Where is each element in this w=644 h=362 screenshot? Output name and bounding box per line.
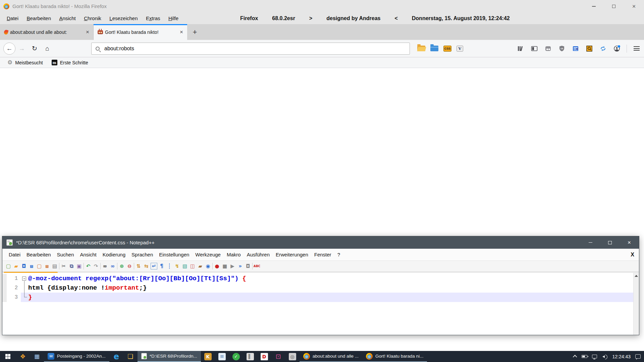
toolbar-separator[interactable]	[212, 263, 213, 269]
bookmark-erste-schritte[interactable]: m Erste Schritte	[52, 60, 88, 65]
save-icon[interactable]: ◘	[20, 263, 27, 269]
notepadpp-menu-item[interactable]: Werkzeuge	[192, 250, 224, 259]
sync-icon[interactable]	[599, 45, 607, 53]
zoom-out-icon[interactable]: ⊖	[126, 263, 133, 269]
indent-guide-icon[interactable]: ┆	[166, 263, 173, 269]
close-all-icon[interactable]: ⧈	[44, 263, 50, 269]
presentation-icon[interactable]: ▦	[30, 351, 44, 362]
speaker-icon[interactable]	[602, 354, 608, 359]
sync-vertical-icon[interactable]: ⇅	[135, 263, 142, 269]
toolbar-separator[interactable]	[84, 263, 84, 269]
print-icon[interactable]: ▤	[51, 263, 58, 269]
toolbar-separator[interactable]	[59, 263, 59, 269]
keepass-icon[interactable]: K	[201, 351, 215, 362]
open-folder-icon[interactable]: ▰	[13, 263, 19, 269]
undo-icon[interactable]: ↶	[85, 263, 92, 269]
firefox-menu-item[interactable]: Lesezeichen	[106, 14, 141, 22]
notepadpp-menu-item[interactable]: Makro	[224, 250, 244, 259]
stylus-icon[interactable]	[572, 45, 580, 53]
firefox-menu-item[interactable]: Chronik	[80, 14, 105, 22]
ublock-shield-icon[interactable]: U0	[558, 45, 566, 53]
url-bar[interactable]	[91, 43, 410, 55]
zoom-in-icon[interactable]: ⊕	[118, 263, 125, 269]
toolbar-separator[interactable]	[100, 263, 101, 269]
notepadpp-menu-item[interactable]: Ansicht	[77, 250, 99, 259]
macro-record-icon[interactable]: ●	[214, 263, 220, 269]
clock[interactable]: 12:24:43	[612, 354, 631, 359]
notepadpp-menu-item[interactable]: Suchen	[54, 250, 77, 259]
replace-icon[interactable]: ∞	[109, 263, 116, 269]
tab-close-icon[interactable]: ×	[178, 29, 184, 35]
code-editor[interactable]: 1 @-moz-document regexp("about:[Rr][Oo][…	[2, 273, 639, 335]
notepadpp-menu-item[interactable]: Kodierung	[100, 250, 128, 259]
document-list-icon[interactable]: ◫	[189, 263, 196, 269]
tray-chevron-icon[interactable]	[573, 355, 577, 359]
toolbar-separator[interactable]	[117, 263, 117, 269]
explorer-icon[interactable]: ❏	[123, 351, 138, 362]
notepadpp-menu-item[interactable]: Sprachen	[128, 250, 156, 259]
antivirus-check-icon[interactable]: ✓	[229, 351, 243, 362]
forward-button[interactable]: →	[15, 42, 28, 55]
fold-margin[interactable]	[21, 274, 28, 283]
maximize-button[interactable]	[604, 0, 624, 12]
firefox-menu-item[interactable]: Ansicht	[56, 14, 79, 22]
save-all-icon[interactable]: ⧈	[28, 263, 35, 269]
redo-icon[interactable]: ↷	[93, 263, 99, 269]
macro-run-multiple-icon[interactable]: »	[237, 263, 244, 269]
sync-horizontal-icon[interactable]: ⇆	[143, 263, 150, 269]
notepad-icon[interactable]: ≡	[215, 351, 229, 362]
notepadpp-menu-item[interactable]: Bearbeiten	[23, 250, 54, 259]
minimize-button[interactable]	[584, 0, 604, 12]
home-button[interactable]: ⌂	[41, 42, 54, 55]
editor-scrollbar[interactable]	[633, 273, 639, 335]
scrapbook-search-icon[interactable]	[585, 45, 593, 53]
task-posteingang[interactable]: Posteingang - 2002An...	[44, 351, 109, 362]
new-file-icon[interactable]: ▢	[5, 263, 12, 269]
tab-close-icon[interactable]: ×	[85, 29, 91, 35]
close-doc-icon[interactable]: ▢	[36, 263, 43, 269]
account-icon[interactable]	[613, 45, 621, 53]
remote-monitor-icon[interactable]: ⊡	[271, 351, 285, 362]
back-button[interactable]: ←	[3, 43, 15, 55]
folder-workspace-icon[interactable]: ▰	[197, 263, 204, 269]
copy-icon[interactable]: ⧉	[68, 263, 75, 269]
edge-icon[interactable]: e	[109, 351, 123, 362]
task-firefox-about[interactable]: about:about und alle ...	[300, 351, 362, 362]
close-button[interactable]: ×	[624, 0, 644, 12]
task-notepadpp[interactable]: *D:\ESR 68\Profilordn...	[138, 351, 201, 362]
macro-save-icon[interactable]: ◘	[245, 263, 251, 269]
notepadpp-menu-item[interactable]: Einstellungen	[156, 250, 192, 259]
notepadpp-menu-item[interactable]: Fenster	[311, 250, 334, 259]
maximize-button[interactable]	[600, 236, 620, 249]
close-button[interactable]: ×	[620, 236, 639, 249]
colorful-app-icon[interactable]: ❖	[16, 351, 30, 362]
scrollbar-up-icon[interactable]	[634, 273, 639, 279]
css-badge-icon[interactable]: CSS	[443, 46, 451, 52]
url-input[interactable]	[104, 45, 406, 52]
tab-gort-klaatu[interactable]: Gort! Klaatu barada nikto! ×	[94, 24, 187, 40]
firefox-menu-item[interactable]: Bearbeiten	[23, 14, 54, 22]
notepadpp-menu-item[interactable]: Ausführen	[244, 250, 273, 259]
document-map-icon[interactable]: ▧	[181, 263, 188, 269]
reload-button[interactable]: ↻	[28, 42, 41, 55]
menubar-close-button[interactable]: X	[631, 252, 634, 258]
tab-about-about[interactable]: about:about und alle about: ×	[0, 24, 94, 40]
notepadpp-menu-item[interactable]: Erweiterungen	[273, 250, 311, 259]
menu-icon[interactable]	[633, 45, 641, 53]
show-all-characters-icon[interactable]: ¶	[158, 263, 165, 269]
macro-play-icon[interactable]: ▶	[229, 263, 236, 269]
minimize-button[interactable]	[581, 236, 600, 249]
toolbar-separator[interactable]	[134, 263, 134, 269]
macro-stop-icon[interactable]: ■	[221, 263, 228, 269]
start-button[interactable]	[0, 351, 16, 362]
toolbar-separator[interactable]	[252, 263, 253, 269]
library-icon[interactable]	[517, 45, 525, 53]
battery-icon[interactable]	[582, 355, 587, 358]
firefox-menu-item[interactable]: Hilfe	[165, 14, 182, 22]
containers-icon[interactable]	[544, 45, 552, 53]
task-firefox-gort[interactable]: Gort! Klaatu barada ni...	[362, 351, 427, 362]
folder-blue-icon[interactable]	[430, 46, 438, 51]
firefox-menu-item[interactable]: Extras	[143, 14, 164, 22]
file-monitoring-icon[interactable]: ◉	[205, 263, 211, 269]
new-tab-button[interactable]: +	[187, 24, 203, 40]
